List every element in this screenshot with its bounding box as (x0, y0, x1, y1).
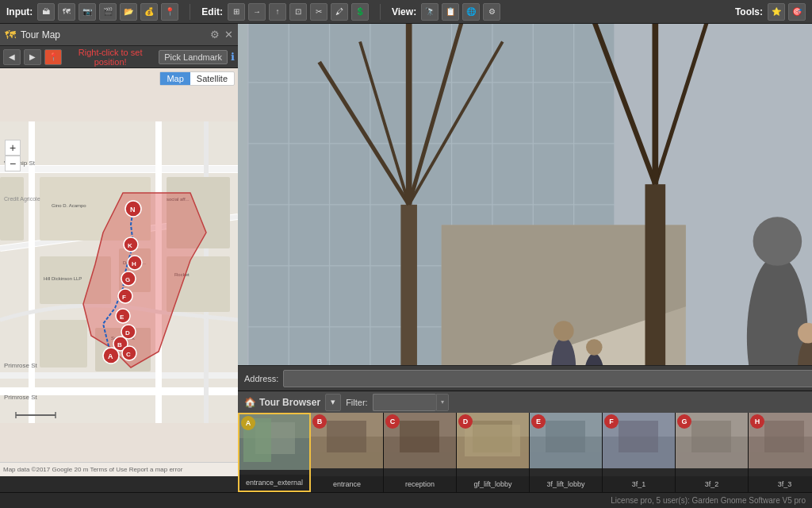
input-section: Input: 🏔 🗺 📷 🎬 📂 💰 📍 (6, 3, 178, 21)
edit-btn-1[interactable]: ⊞ (228, 3, 245, 21)
thumb-badge-g: G (677, 414, 691, 429)
thumb-img-b: B (311, 413, 383, 476)
map-zoom-controls: + − (5, 140, 21, 171)
view-btn-2[interactable]: 📋 (442, 3, 459, 21)
input-btn-2[interactable]: 🗺 (58, 3, 75, 21)
svg-rect-108 (327, 421, 366, 452)
svg-rect-70 (645, 184, 665, 365)
thumb-item-b[interactable]: B entrance (311, 413, 384, 492)
thumb-label-d: gf_lift_lobby (457, 476, 529, 492)
thumb-img-f: F (603, 413, 675, 476)
svg-text:C: C (126, 351, 131, 358)
view-bar: 🏠 Tour Browser ▾ Filter: ▾ ⊞ ⚙ ✕ (238, 391, 812, 413)
thumb-item-h[interactable]: H 3f_3 (749, 413, 812, 492)
tour-map-title: Tour Map (21, 29, 205, 40)
thumb-item-c[interactable]: C reception (384, 413, 457, 492)
svg-text:Gino D. Acampo: Gino D. Acampo (52, 203, 86, 208)
svg-text:N: N (130, 206, 136, 214)
input-btn-6[interactable]: 💰 (140, 3, 158, 21)
filter-dropdown-btn[interactable]: ▾ (436, 394, 449, 411)
thumb-img-g: G (676, 413, 748, 476)
tools-section: Tools: ⭐ 🎯 (735, 3, 806, 21)
edit-label: Edit: (201, 6, 223, 17)
svg-text:A: A (108, 352, 113, 360)
svg-text:H: H (132, 260, 136, 267)
svg-rect-126 (603, 452, 675, 468)
view-btn-1[interactable]: 🔭 (421, 3, 439, 21)
edit-btn-7[interactable]: 💲 (351, 3, 369, 21)
map-close-btn[interactable]: ✕ (224, 29, 233, 40)
thumb-item-g[interactable]: G 3f_2 (676, 413, 749, 492)
map-hint: Right-click to set position! (65, 48, 155, 67)
view-btn-3[interactable]: 🌐 (462, 3, 480, 21)
thumb-badge-h: H (750, 414, 764, 429)
thumb-label-g: 3f_2 (676, 476, 748, 492)
edit-btn-6[interactable]: 🖍 (331, 3, 348, 21)
view-section: View: 🔭 📋 🌐 ⚙ (392, 3, 500, 21)
input-btn-7[interactable]: 📍 (161, 3, 178, 21)
content-row: 🗺 Tour Map ⚙ ✕ ◀ ▶ 📍 Right-click to set … (0, 24, 812, 492)
view-label: View: (392, 6, 416, 17)
pick-landmark-btn[interactable]: Pick Landmark (159, 50, 228, 64)
view-btn-4[interactable]: ⚙ (483, 3, 500, 21)
thumb-item-f[interactable]: F 3f_1 (603, 413, 676, 492)
edit-btn-2[interactable]: → (248, 3, 266, 21)
svg-rect-133 (764, 421, 804, 452)
thumb-item-d[interactable]: D gf_lift_lobby (457, 413, 530, 492)
map-tb-back[interactable]: ◀ (3, 49, 21, 65)
svg-text:B: B (117, 341, 122, 348)
street-view-panel (238, 24, 812, 365)
filter-label: Filter: (346, 398, 368, 407)
svg-rect-134 (749, 452, 812, 468)
tools-btn-2[interactable]: 🎯 (788, 3, 806, 21)
tour-browser-section: 🏠 Tour Browser (244, 397, 320, 408)
input-btn-1[interactable]: 🏔 (37, 3, 55, 21)
svg-text:D: D (125, 329, 130, 337)
input-btn-4[interactable]: 🎬 (99, 3, 117, 21)
divider-1 (190, 4, 190, 20)
svg-rect-112 (400, 421, 439, 452)
svg-rect-130 (676, 452, 748, 468)
map-settings-btn[interactable]: ⚙ (210, 29, 220, 40)
edit-btn-3[interactable]: ↑ (269, 3, 286, 21)
svg-rect-125 (619, 421, 658, 452)
svg-text:K: K (128, 242, 132, 249)
map-tab-map[interactable]: Map (160, 72, 190, 85)
map-tb-location[interactable]: 📍 (44, 49, 62, 65)
edit-btn-5[interactable]: ✂ (310, 3, 327, 21)
thumb-img-a: A (239, 414, 309, 475)
svg-rect-121 (546, 421, 585, 452)
svg-text:F: F (122, 294, 126, 301)
input-btn-3[interactable]: 📷 (79, 3, 96, 21)
map-container[interactable]: Map Satellite + − (0, 68, 238, 476)
svg-rect-122 (530, 452, 602, 468)
zoom-out-btn[interactable]: − (5, 156, 21, 171)
tools-label: Tools: (735, 6, 763, 17)
main-container: Input: 🏔 🗺 📷 🎬 📂 💰 📍 Edit: ⊞ → ↑ ⊡ ✂ 🖍 💲… (0, 0, 812, 508)
thumb-item-e[interactable]: E 3f_lift_lobby (530, 413, 603, 492)
map-footer: Map data ©2017 Google 20 m Terms of Use … (0, 462, 238, 476)
zoom-in-btn[interactable]: + (5, 140, 21, 156)
map-tab-satellite[interactable]: Satellite (190, 72, 234, 85)
thumb-img-c: C (384, 413, 456, 476)
svg-rect-109 (311, 452, 383, 468)
tour-browser-dropdown[interactable]: ▾ (325, 394, 341, 411)
tools-btn-1[interactable]: ⭐ (768, 3, 785, 21)
thumb-badge-f: F (604, 414, 619, 429)
filter-group: ▾ (373, 394, 449, 411)
map-tb-forward[interactable]: ▶ (24, 49, 41, 65)
edit-btn-4[interactable]: ⊡ (289, 3, 307, 21)
thumb-label-f: 3f_1 (603, 476, 675, 492)
filter-input[interactable] (373, 394, 436, 411)
thumb-badge-e: E (531, 414, 546, 429)
center-column: Address: 🔍 🏠 Tour Browser ▾ Filter: ▾ (238, 24, 812, 492)
thumb-label-e: 3f_lift_lobby (530, 476, 602, 492)
left-panel: 🗺 Tour Map ⚙ ✕ ◀ ▶ 📍 Right-click to set … (0, 24, 238, 476)
thumb-item-a[interactable]: A entrance_external (238, 413, 311, 492)
input-btn-5[interactable]: 📂 (120, 3, 137, 21)
map-info-btn[interactable]: ℹ (231, 51, 235, 63)
address-input[interactable] (283, 370, 812, 387)
top-toolbar: Input: 🏔 🗺 📷 🎬 📂 💰 📍 Edit: ⊞ → ↑ ⊡ ✂ 🖍 💲… (0, 0, 812, 24)
map-footer-text: Map data ©2017 Google 20 m Terms of Use … (3, 466, 182, 473)
thumb-label-c: reception (384, 476, 456, 492)
